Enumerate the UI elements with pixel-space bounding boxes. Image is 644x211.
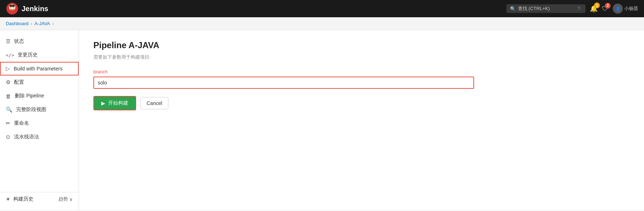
sidebar-item-rename[interactable]: ✏ 重命名 bbox=[0, 116, 79, 130]
shield-count: 2 bbox=[605, 3, 611, 9]
user-name: 小杨晋 bbox=[624, 5, 638, 12]
sidebar-item-label-rename: 重命名 bbox=[14, 120, 29, 127]
sidebar-item-change-history[interactable]: </> 变更历史 bbox=[0, 48, 79, 62]
sidebar-item-label-configure: 配置 bbox=[14, 79, 24, 86]
change-history-icon: </> bbox=[6, 52, 14, 58]
build-params-icon: ▷ bbox=[6, 65, 10, 72]
start-build-button[interactable]: ▶ 开始构建 bbox=[93, 96, 136, 110]
play-icon: ▶ bbox=[101, 100, 105, 106]
build-history-label: 构建历史 bbox=[13, 196, 33, 202]
sidebar-item-full-stage-view[interactable]: 🔍 完整阶段视图 bbox=[0, 103, 79, 116]
breadcrumb: Dashboard › A-JAVA › bbox=[0, 17, 644, 30]
build-history-row[interactable]: ☀ 构建历史 趋势 ∨ bbox=[0, 192, 79, 206]
rename-icon: ✏ bbox=[6, 120, 10, 127]
sidebar-item-label-pipeline-syntax: 流水线语法 bbox=[14, 134, 39, 140]
sidebar-item-label-build-params: Build with Parameters bbox=[14, 66, 62, 72]
avatar: 👤 bbox=[613, 4, 623, 14]
sidebar-item-label-stage-view: 完整阶段视图 bbox=[16, 106, 46, 113]
sidebar: ☰ 状态 </> 变更历史 ▷ Build with Parameters ⚙ … bbox=[0, 30, 79, 210]
sidebar-item-label-change-history: 变更历史 bbox=[18, 52, 38, 58]
breadcrumb-sep-1: › bbox=[31, 21, 32, 26]
sidebar-item-label-delete: 删除 Pipeline bbox=[15, 93, 44, 99]
user-menu[interactable]: 👤 小杨晋 bbox=[613, 4, 638, 14]
help-icon: ? bbox=[578, 6, 580, 12]
security-shield[interactable]: 🛡 2 bbox=[602, 5, 608, 13]
sidebar-item-status[interactable]: ☰ 状态 bbox=[0, 35, 79, 48]
search-box[interactable]: 🔍 ? bbox=[506, 4, 585, 13]
branch-field-label: branch bbox=[93, 69, 630, 74]
jenkins-title: Jenkins bbox=[22, 5, 48, 13]
branch-input[interactable] bbox=[93, 77, 474, 89]
sidebar-item-pipeline-syntax[interactable]: ⊙ 流水线语法 bbox=[0, 130, 79, 144]
cancel-label: Cancel bbox=[147, 100, 162, 106]
sidebar-nav: ☰ 状态 </> 变更历史 ▷ Build with Parameters ⚙ … bbox=[0, 35, 79, 192]
start-build-label: 开始构建 bbox=[108, 100, 128, 106]
main-content: Pipeline A-JAVA 需要如下参数用于构建项目: branch ▶ 开… bbox=[79, 30, 644, 210]
trend-label: 趋势 bbox=[59, 196, 68, 202]
breadcrumb-a-java[interactable]: A-JAVA bbox=[34, 21, 50, 26]
search-input[interactable] bbox=[518, 6, 575, 12]
main-layout: ☰ 状态 </> 变更历史 ▷ Build with Parameters ⚙ … bbox=[0, 30, 644, 210]
sidebar-item-configure[interactable]: ⚙ 配置 bbox=[0, 75, 79, 89]
stage-view-icon: 🔍 bbox=[6, 106, 13, 113]
cancel-button[interactable]: Cancel bbox=[140, 97, 168, 109]
chevron-down-icon: ∨ bbox=[69, 197, 73, 202]
jenkins-mascot-icon bbox=[6, 2, 19, 15]
btn-row: ▶ 开始构建 Cancel bbox=[93, 96, 630, 110]
jenkins-logo[interactable]: Jenkins bbox=[6, 2, 48, 15]
sidebar-bottom: ☀ 构建历史 趋势 ∨ bbox=[0, 192, 79, 206]
breadcrumb-sep-2: › bbox=[52, 21, 54, 26]
configure-icon: ⚙ bbox=[6, 79, 10, 86]
sidebar-item-build-with-parameters[interactable]: ▷ Build with Parameters bbox=[0, 62, 79, 75]
build-history-icon: ☀ bbox=[6, 196, 10, 202]
status-icon: ☰ bbox=[6, 38, 10, 45]
notification-bell[interactable]: 🔔 1 bbox=[590, 5, 598, 13]
sidebar-item-label-status: 状态 bbox=[14, 38, 24, 45]
search-icon: 🔍 bbox=[510, 6, 516, 12]
delete-icon: 🗑 bbox=[6, 93, 11, 99]
header-icons: 🔔 1 🛡 2 👤 小杨晋 bbox=[590, 4, 638, 14]
breadcrumb-dashboard[interactable]: Dashboard bbox=[6, 21, 29, 26]
svg-rect-4 bbox=[10, 5, 15, 6]
notification-count: 1 bbox=[594, 3, 600, 8]
page-subtitle: 需要如下参数用于构建项目: bbox=[93, 54, 630, 60]
header: Jenkins 🔍 ? 🔔 1 🛡 2 👤 小杨晋 bbox=[0, 0, 644, 17]
pipeline-syntax-icon: ⊙ bbox=[6, 134, 10, 140]
page-title: Pipeline A-JAVA bbox=[93, 40, 630, 50]
trend-button[interactable]: 趋势 ∨ bbox=[59, 196, 73, 202]
sidebar-item-delete-pipeline[interactable]: 🗑 删除 Pipeline bbox=[0, 89, 79, 103]
